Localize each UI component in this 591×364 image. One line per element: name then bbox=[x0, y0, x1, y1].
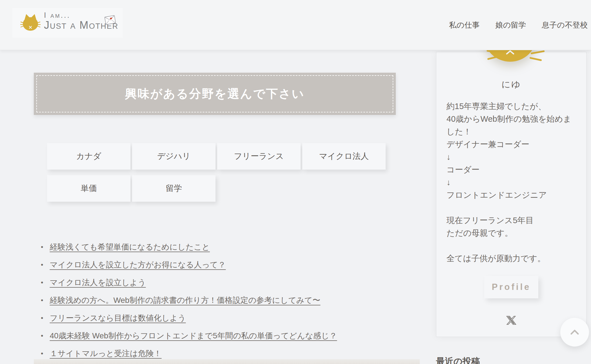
next-section-edge bbox=[34, 359, 420, 364]
site-header: I am... Just a Mother 私の仕事 娘の留学 息子の不登校 bbox=[0, 0, 591, 50]
post-link[interactable]: １サイトマルっと受注は危険！ bbox=[50, 349, 161, 358]
avatar-mouth-icon bbox=[506, 50, 514, 56]
bio-line bbox=[446, 201, 576, 214]
list-item: • 経験浅めの方へ。Web制作の請求書の作り方！価格設定の参考にしてみて〜 bbox=[41, 296, 430, 305]
category-prompt-border: 興味がある分野を選んで下さい bbox=[36, 75, 393, 112]
list-bullet: • bbox=[41, 296, 43, 305]
list-item: • マイクロ法人を設立した方がお得になる人って？ bbox=[41, 261, 430, 269]
nav-item-daughter-study-abroad[interactable]: 娘の留学 bbox=[496, 20, 526, 30]
bio-line: ただの母親です。 bbox=[446, 227, 576, 239]
list-bullet: • bbox=[41, 314, 43, 322]
category-prompt-title: 興味がある分野を選んで下さい bbox=[125, 86, 305, 102]
nav-item-son-school-refusal[interactable]: 息子の不登校 bbox=[542, 20, 588, 30]
site-logo[interactable]: I am... Just a Mother bbox=[12, 8, 123, 38]
bio-line: 40歳からWeb制作の勉強を始めました！ bbox=[446, 113, 576, 138]
bio-line: ↓ bbox=[446, 176, 576, 189]
list-item: • 40歳未経験 Web制作からフロントエンドまで5年間の私の単価ってどんな感じ… bbox=[41, 332, 430, 340]
profile-button[interactable]: Profile bbox=[484, 276, 538, 298]
chevron-up-icon bbox=[570, 329, 579, 335]
bio-line bbox=[446, 239, 576, 252]
cat-logo-icon bbox=[20, 13, 41, 32]
list-bullet: • bbox=[41, 278, 43, 287]
category-button-grid: カナダ デジハリ フリーランス マイクロ法人 単価 留学 bbox=[47, 143, 387, 207]
list-item: • 経験浅くても希望単価になるためにしたこと bbox=[41, 243, 430, 251]
category-button-micro-corporation[interactable]: マイクロ法人 bbox=[302, 143, 386, 170]
category-button-dejihari[interactable]: デジハリ bbox=[132, 143, 215, 170]
list-bullet: • bbox=[41, 261, 43, 269]
bio-line: 全ては子供が原動力です。 bbox=[446, 252, 576, 265]
list-item: • １サイトマルっと受注は危険！ bbox=[41, 349, 430, 358]
page: { "header": { "logo_line1": "I am...", "… bbox=[0, 0, 591, 364]
bio-line: 現在フリーランス5年目 bbox=[446, 214, 576, 227]
post-link-list: • 経験浅くても希望単価になるためにしたこと • マイクロ法人を設立した方がお得… bbox=[41, 243, 430, 364]
bio-line: コーダー bbox=[446, 163, 576, 176]
bio-line: デザイナー兼コーダー bbox=[446, 138, 576, 151]
category-button-study-abroad[interactable]: 留学 bbox=[132, 175, 215, 202]
profile-sidebar-card: にゆ 約15年専業主婦でしたが、 40歳からWeb制作の勉強を始めました！ デザ… bbox=[436, 52, 586, 337]
category-prompt-box: 興味がある分野を選んで下さい bbox=[34, 73, 396, 115]
main-nav: 私の仕事 娘の留学 息子の不登校 bbox=[449, 0, 588, 50]
list-item: • マイクロ法人を設立しよう bbox=[41, 278, 430, 287]
post-link[interactable]: 経験浅くても希望単価になるためにしたこと bbox=[50, 243, 210, 251]
category-button-freelance[interactable]: フリーランス bbox=[217, 143, 301, 170]
post-link[interactable]: フリーランスなら目標は数値化しよう bbox=[50, 314, 186, 322]
post-link[interactable]: 40歳未経験 Web制作からフロントエンドまで5年間の私の単価ってどんな感じ？ bbox=[50, 332, 337, 340]
category-button-canada[interactable]: カナダ bbox=[47, 143, 130, 170]
category-button-unit-price[interactable]: 単価 bbox=[47, 175, 130, 202]
post-link[interactable]: 経験浅めの方へ。Web制作の請求書の作り方！価格設定の参考にしてみて〜 bbox=[50, 296, 320, 305]
x-twitter-link[interactable] bbox=[446, 315, 576, 325]
list-bullet: • bbox=[41, 349, 43, 358]
recent-posts-heading: 最近の投稿 bbox=[436, 356, 480, 364]
list-bullet: • bbox=[41, 243, 43, 251]
list-item: • フリーランスなら目標は数値化しよう bbox=[41, 314, 430, 322]
nav-item-my-work[interactable]: 私の仕事 bbox=[449, 20, 480, 30]
post-link[interactable]: マイクロ法人を設立しよう bbox=[50, 278, 146, 287]
bio-line: 約15年専業主婦でしたが、 bbox=[446, 100, 576, 113]
x-twitter-icon bbox=[506, 315, 516, 325]
profile-bio: 約15年専業主婦でしたが、 40歳からWeb制作の勉強を始めました！ デザイナー… bbox=[446, 100, 576, 265]
scroll-to-top-button[interactable] bbox=[560, 318, 589, 347]
post-link[interactable]: マイクロ法人を設立した方がお得になる人って？ bbox=[50, 261, 226, 269]
list-bullet: • bbox=[41, 332, 43, 340]
bio-line: ↓ bbox=[446, 151, 576, 163]
profile-name: にゆ bbox=[446, 78, 576, 91]
bio-line: フロントエンドエンジニア bbox=[446, 189, 576, 201]
